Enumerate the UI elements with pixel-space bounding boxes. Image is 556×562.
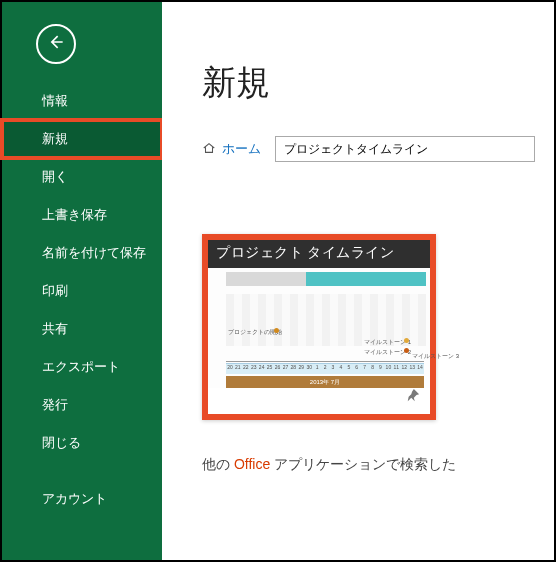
search-row: ホーム (202, 136, 554, 162)
other-office-search-link[interactable]: 他の Office アプリケーションで検索した (202, 456, 554, 474)
sidebar-item-publish[interactable]: 発行 (2, 386, 162, 424)
gantt-preview: プロジェクトの開始 マイルストーン 1 マイルストーン 2 マイルストーン 3 … (208, 268, 430, 388)
backstage-view: 情報 新規 開く 上書き保存 名前を付けて保存 印刷 共有 エクスポート 発行 … (2, 2, 554, 560)
home-link[interactable]: ホーム (202, 140, 261, 158)
milestone-dot-icon (404, 348, 409, 353)
sidebar-item-saveas[interactable]: 名前を付けて保存 (2, 234, 162, 272)
sidebar-item-export[interactable]: エクスポート (2, 348, 162, 386)
gantt-bar (226, 272, 306, 286)
sidebar-item-print[interactable]: 印刷 (2, 272, 162, 310)
sidebar-item-share[interactable]: 共有 (2, 310, 162, 348)
footer-suffix: アプリケーションで検索した (270, 456, 456, 472)
template-tile-project-timeline[interactable]: プロジェクト タイムライン プロジェクトの開始 マイルストーン 1 マ (202, 234, 436, 420)
main-panel: 新規 ホーム プロジェクト タイムライン (162, 2, 554, 560)
sidebar-nav: 情報 新規 開く 上書き保存 名前を付けて保存 印刷 共有 エクスポート 発行 … (2, 82, 162, 518)
template-preview: プロジェクト タイムライン プロジェクトの開始 マイルストーン 1 マ (208, 240, 430, 388)
milestone-label: マイルストーン 3 (412, 352, 459, 361)
home-icon (202, 141, 216, 158)
pin-icon[interactable] (406, 388, 420, 406)
home-label: ホーム (222, 140, 261, 158)
back-button[interactable] (36, 24, 76, 64)
sidebar-item-close[interactable]: 閉じる (2, 424, 162, 462)
sidebar-item-account[interactable]: アカウント (2, 480, 162, 518)
page-title: 新規 (202, 60, 554, 106)
gantt-axis (226, 361, 424, 362)
sidebar-item-save[interactable]: 上書き保存 (2, 196, 162, 234)
footer-brand: Office (234, 456, 270, 472)
backstage-sidebar: 情報 新規 開く 上書き保存 名前を付けて保存 印刷 共有 エクスポート 発行 … (2, 2, 162, 560)
sidebar-item-info[interactable]: 情報 (2, 82, 162, 120)
sidebar-item-open[interactable]: 開く (2, 158, 162, 196)
template-title: プロジェクト タイムライン (208, 240, 430, 268)
gantt-ticks: 20 21 22 23 24 25 26 27 28 29 30 1 (226, 363, 424, 374)
template-results: プロジェクト タイムライン プロジェクトの開始 マイルストーン 1 マ (202, 234, 554, 420)
milestone-dot-icon (274, 328, 279, 333)
milestone-dot-icon (404, 338, 409, 343)
gantt-month-label: 2013年 7月 (226, 376, 424, 388)
gantt-bar (306, 272, 426, 286)
footer-prefix: 他の (202, 456, 234, 472)
template-search-input[interactable] (275, 136, 535, 162)
arrow-left-icon (46, 32, 66, 56)
sidebar-item-new[interactable]: 新規 (2, 120, 162, 158)
